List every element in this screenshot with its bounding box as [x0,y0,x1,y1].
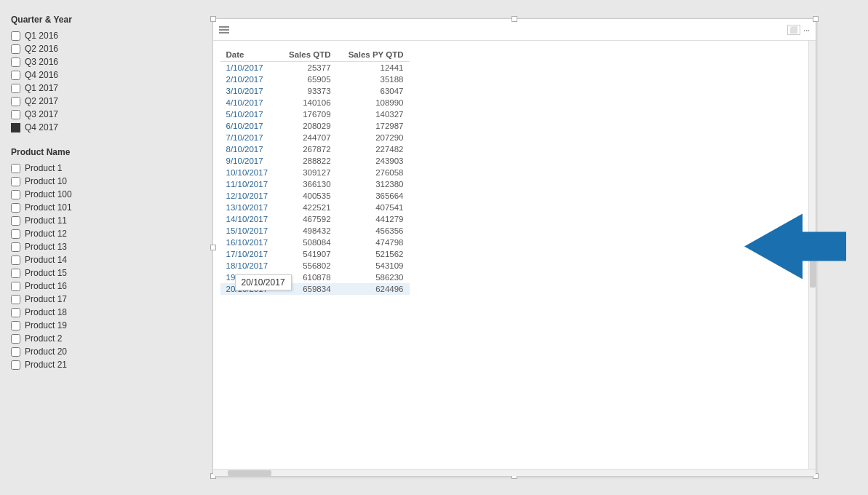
table-row[interactable]: 11/10/2017366130312380 [220,178,410,190]
quarter-filter-item-4[interactable]: Q1 2017 [11,83,149,93]
product-filter-item-4[interactable]: Product 11 [11,215,149,226]
table-row[interactable]: 14/10/2017467592441279 [220,213,410,225]
table-row[interactable]: 17/10/2017541907521562 [220,248,410,260]
quarter-label: Q2 2016 [25,44,58,54]
table-row[interactable]: 10/10/2017309127276058 [220,167,410,178]
product-checkbox[interactable] [11,282,20,291]
product-filter-item-14[interactable]: Product 20 [11,346,149,357]
quarter-label: Q3 2016 [25,57,58,67]
cell-sales-py-qtd: 172987 [337,120,410,132]
table-row[interactable]: 1/10/20172537712441 [220,62,410,74]
cell-sales-qtd: 267872 [279,143,337,155]
product-checkbox[interactable] [11,242,20,252]
product-checkbox[interactable] [11,347,20,357]
quarter-checkbox[interactable] [11,31,20,41]
horizontal-scrollbar[interactable] [213,469,816,476]
product-filter-item-6[interactable]: Product 13 [11,242,149,252]
quarter-checkbox[interactable] [11,110,20,119]
table-row[interactable]: 8/10/2017267872227482 [220,143,410,155]
table-row[interactable]: 16/10/2017508084474798 [220,237,410,248]
cell-sales-py-qtd: 441279 [337,213,410,225]
handle-tl[interactable] [210,16,216,22]
product-checkbox[interactable] [11,308,20,317]
product-filter-item-9[interactable]: Product 16 [11,281,149,291]
quarter-filter-item-3[interactable]: Q4 2016 [11,70,149,80]
table-row[interactable]: 15/10/2017498432456356 [220,225,410,237]
product-filter-item-3[interactable]: Product 101 [11,202,149,213]
product-filter-item-11[interactable]: Product 18 [11,307,149,317]
table-row[interactable]: 5/10/2017176709140327 [220,108,410,120]
table-row[interactable]: 9/10/2017288822243903 [220,155,410,167]
product-filter-item-0[interactable]: Product 1 [11,163,149,173]
quarter-checkbox[interactable] [11,58,20,67]
table-row[interactable]: 2/10/20176590535188 [220,74,410,85]
product-checkbox[interactable] [11,216,20,226]
cell-date: 14/10/2017 [220,213,279,225]
product-filter-item-5[interactable]: Product 12 [11,229,149,239]
product-checkbox[interactable] [11,256,20,265]
product-checkbox[interactable] [11,321,20,330]
table-row[interactable]: 13/10/2017422521407541 [220,202,410,213]
cell-sales-py-qtd: 63047 [337,85,410,97]
table-row[interactable]: 6/10/2017208029172987 [220,120,410,132]
report-panel: ⬜ ··· Date Sales QTD Sales PY QTD 1/10/ [160,0,868,495]
product-checkbox[interactable] [11,269,20,278]
cell-sales-py-qtd: 456356 [337,225,410,237]
product-filter-item-2[interactable]: Product 100 [11,189,149,199]
table-row[interactable]: 18/10/2017556802543109 [220,260,410,272]
cell-sales-qtd: 508084 [279,237,337,248]
product-checkbox[interactable] [11,164,20,173]
handle-l[interactable] [210,245,216,250]
quarter-filter-item-1[interactable]: Q2 2016 [11,44,149,54]
cell-sales-qtd: 140106 [279,97,337,108]
product-filter-title: Product Name [11,147,149,157]
quarter-filter-item-5[interactable]: Q2 2017 [11,96,149,106]
table-row[interactable]: 7/10/2017244707207290 [220,132,410,143]
cell-date: 11/10/2017 [220,178,279,190]
cell-sales-qtd: 309127 [279,167,337,178]
table-row[interactable]: 3/10/20179337363047 [220,85,410,97]
product-checkbox[interactable] [11,190,20,199]
product-filter-item-8[interactable]: Product 15 [11,268,149,278]
cell-sales-py-qtd: 365664 [337,190,410,202]
quarter-checkbox[interactable] [11,97,20,106]
product-filter-item-7[interactable]: Product 14 [11,255,149,265]
product-label: Product 13 [25,242,67,252]
product-checkbox[interactable] [11,177,20,186]
product-checkbox[interactable] [11,295,20,304]
quarter-filter-item-0[interactable]: Q1 2016 [11,31,149,41]
quarter-filter-item-2[interactable]: Q3 2016 [11,57,149,67]
checkbox-filled-icon [11,123,20,132]
product-filter-item-10[interactable]: Product 17 [11,294,149,304]
cell-sales-py-qtd: 35188 [337,74,410,85]
cell-sales-qtd: 422521 [279,202,337,213]
quarter-label: Q1 2017 [25,83,58,93]
more-options-button[interactable]: ··· [803,24,810,36]
product-checkbox[interactable] [11,334,20,344]
quarter-checkbox[interactable] [11,84,20,93]
product-checkbox[interactable] [11,203,20,213]
quarter-label: Q4 2017 [25,122,58,132]
quarter-filter-item-6[interactable]: Q3 2017 [11,109,149,119]
table-row[interactable]: 4/10/2017140106108990 [220,97,410,108]
product-label: Product 21 [25,360,67,370]
maximize-button[interactable]: ⬜ [787,25,800,35]
quarter-label: Q1 2016 [25,31,58,41]
cell-date: 8/10/2017 [220,143,279,155]
horizontal-scrollbar-thumb[interactable] [228,470,271,476]
quarter-checkbox[interactable] [11,44,20,54]
handle-tr[interactable] [813,16,819,22]
cell-date: 13/10/2017 [220,202,279,213]
product-filter-item-1[interactable]: Product 10 [11,176,149,186]
product-filter-item-12[interactable]: Product 19 [11,320,149,330]
quarter-filter-item-7[interactable]: Q4 2017 [11,122,149,132]
product-checkbox[interactable] [11,360,20,370]
menu-icon[interactable] [219,26,229,33]
product-checkbox[interactable] [11,229,20,239]
product-filter-item-15[interactable]: Product 21 [11,360,149,370]
handle-t[interactable] [511,16,517,22]
cell-sales-py-qtd: 227482 [337,143,410,155]
table-row[interactable]: 12/10/2017400535365664 [220,190,410,202]
quarter-checkbox[interactable] [11,71,20,80]
product-filter-item-13[interactable]: Product 2 [11,333,149,344]
